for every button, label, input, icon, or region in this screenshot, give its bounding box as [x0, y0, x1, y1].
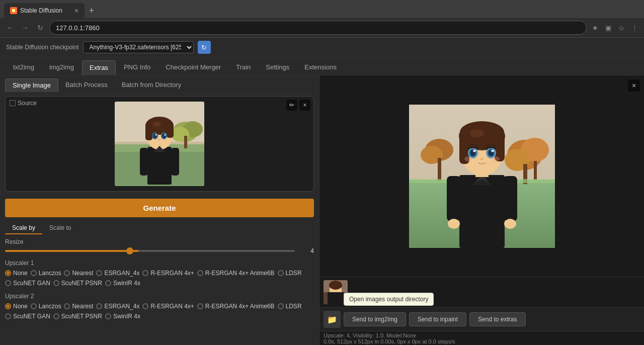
upscaler2-ldsr-radio[interactable]	[278, 303, 284, 309]
extensions-icon[interactable]: ▣	[603, 22, 614, 33]
svg-point-18	[153, 133, 157, 138]
content-area: Single Image Batch Process Batch from Di…	[0, 75, 644, 345]
thumbnail-item[interactable]	[324, 280, 348, 304]
upscaler1-scunet-psnr-radio[interactable]	[53, 280, 59, 286]
forward-button[interactable]: →	[19, 22, 31, 34]
svg-point-0	[12, 9, 16, 13]
tab-png-info[interactable]: PNG Info	[117, 60, 157, 75]
svg-point-19	[162, 133, 166, 138]
nav-actions: ★ ▣ ☺ ⋮	[590, 22, 640, 33]
status-bar: Upscale: 4, Visibility: 1.0, Model:None …	[319, 331, 644, 345]
upscaler2-nearest-radio[interactable]	[64, 303, 70, 309]
upscaler1-nearest[interactable]: Nearest	[64, 270, 93, 277]
tab-settings[interactable]: Settings	[259, 60, 296, 75]
svg-point-42	[448, 219, 460, 229]
sub-tab-batch-process[interactable]: Batch Process	[58, 78, 115, 92]
upscaler1-lanczos[interactable]: Lanczos	[31, 270, 61, 277]
output-image	[409, 105, 555, 248]
upscaler2-options: None Lanczos Nearest ESRGAN_4x	[5, 303, 314, 320]
svg-point-58	[491, 149, 494, 152]
scale-tab-to[interactable]: Scale to	[42, 222, 78, 234]
resize-slider[interactable]	[5, 250, 295, 252]
checkpoint-refresh-button[interactable]: ↻	[198, 41, 211, 54]
menu-icon[interactable]: ⋮	[629, 22, 640, 33]
send-to-inpaint-button[interactable]: Send to inpaint	[409, 312, 466, 326]
upscaler2-resrgan4x-anime[interactable]: R-ESRGAN 4x+ Anime6B	[197, 303, 275, 310]
upscaler2-swinir4x-radio[interactable]	[105, 313, 111, 319]
thumbnails-strip	[319, 277, 644, 307]
address-bar[interactable]: 127.0.0.1:7860	[49, 21, 587, 35]
bookmark-icon[interactable]: ★	[590, 22, 601, 33]
upscaler1-esrgan4x-radio[interactable]	[96, 270, 102, 276]
svg-rect-24	[171, 148, 179, 176]
tab-title: Stable Diffusion	[20, 7, 62, 14]
upscaler2-esrgan4x-radio[interactable]	[96, 303, 102, 309]
browser-tab[interactable]: Stable Diffusion ×	[4, 3, 85, 18]
upscaler1-ldsr[interactable]: LDSR	[278, 270, 302, 277]
upscaler2-nearest[interactable]: Nearest	[64, 303, 93, 310]
upscaler2-scunet-gan[interactable]: ScuNET GAN	[5, 313, 50, 320]
upscaler1-ldsr-radio[interactable]	[278, 270, 284, 276]
sub-tab-single-image[interactable]: Single Image	[5, 78, 58, 92]
resize-value: 4	[299, 247, 314, 254]
back-button[interactable]: ←	[4, 22, 16, 34]
tab-extras[interactable]: Extras	[82, 60, 116, 75]
source-checkbox[interactable]	[10, 100, 16, 106]
upscaler1-scunet-gan[interactable]: ScuNET GAN	[5, 280, 50, 287]
close-output-button[interactable]: ×	[628, 79, 640, 92]
tab-close-icon[interactable]: ×	[74, 7, 78, 15]
scale-tab-by[interactable]: Scale by	[5, 222, 42, 234]
upscaler1-scunet-psnr[interactable]: ScuNET PSNR	[53, 280, 102, 287]
profile-icon[interactable]: ☺	[616, 22, 627, 33]
upscaler2-ldsr[interactable]: LDSR	[278, 303, 302, 310]
upscaler2-esrgan4x[interactable]: ESRGAN_4x	[96, 303, 139, 310]
upscaler2-resrgan4x-anime-radio[interactable]	[197, 303, 203, 309]
image-upload-area[interactable]: Source ✏ ×	[5, 96, 314, 192]
tab-txt2img[interactable]: txt2img	[6, 60, 41, 75]
image-edit-button[interactable]: ✏	[286, 100, 297, 111]
refresh-button[interactable]: ↻	[34, 22, 46, 34]
upscaler2-resrgan4x[interactable]: R-ESRGAN 4x+	[142, 303, 194, 310]
upscaler1-none[interactable]: None	[5, 270, 28, 277]
upscaler2-swinir4x[interactable]: SwinIR 4x	[105, 313, 140, 320]
upscaler1-scunet-gan-radio[interactable]	[5, 280, 11, 286]
tab-extensions[interactable]: Extensions	[297, 60, 344, 75]
upscaler1-none-radio[interactable]	[5, 270, 11, 276]
sub-tabs: Single Image Batch Process Batch from Di…	[0, 75, 319, 92]
upscaler1-resrgan4x-anime[interactable]: R-ESRGAN 4x+ Anime6B	[197, 270, 275, 277]
tab-checkpoint-merger[interactable]: Checkpoint Merger	[158, 60, 228, 75]
sub-tab-batch-from-directory[interactable]: Batch from Directory	[115, 78, 188, 92]
upscaler1-resrgan4x[interactable]: R-ESRGAN 4x+	[142, 270, 194, 277]
upscaler2-scunet-gan-radio[interactable]	[5, 313, 11, 319]
upscaler1-resrgan4x-anime-radio[interactable]	[197, 270, 203, 276]
open-output-directory-button[interactable]: 📁	[324, 311, 341, 328]
upscaler1-swinir4x[interactable]: SwinIR 4x	[105, 280, 140, 287]
tab-bar: Stable Diffusion × +	[0, 0, 644, 18]
tab-train[interactable]: Train	[229, 60, 258, 75]
status-text-2: 0.0s, 512px x 512px in 0.00s, 0px x 0px …	[324, 338, 640, 344]
upscaler2-none-radio[interactable]	[5, 303, 11, 309]
checkpoint-select[interactable]: Anything-V3-fp32.safetensors [625a2ba2]	[83, 41, 194, 53]
upscaler1-resrgan4x-radio[interactable]	[142, 270, 148, 276]
upscaler1-lanczos-radio[interactable]	[31, 270, 37, 276]
image-close-button[interactable]: ×	[299, 100, 310, 111]
upscaler1-options: None Lanczos Nearest ESRGAN_4x	[5, 270, 314, 287]
upscaler1-swinir4x-radio[interactable]	[105, 280, 111, 286]
send-to-extras-button[interactable]: Send to extras	[469, 312, 525, 326]
generate-button[interactable]: Generate	[5, 199, 314, 217]
bottom-action-bar: 📁 Open images output directory Send to i…	[319, 307, 644, 331]
upscaler1-nearest-radio[interactable]	[64, 270, 70, 276]
upscaler2-lanczos-radio[interactable]	[31, 303, 37, 309]
upscaler2-resrgan4x-radio[interactable]	[142, 303, 148, 309]
svg-point-21	[165, 134, 166, 136]
upscaler2-lanczos[interactable]: Lanczos	[31, 303, 61, 310]
send-to-img2img-button[interactable]: Send to img2img	[344, 312, 406, 326]
new-tab-button[interactable]: +	[85, 4, 99, 18]
upscaler2-scunet-psnr-radio[interactable]	[53, 313, 59, 319]
resize-section: Resize 4	[0, 236, 319, 256]
output-image-area: ×	[319, 75, 644, 277]
tab-img2img[interactable]: img2img	[42, 60, 81, 75]
upscaler2-scunet-psnr[interactable]: ScuNET PSNR	[53, 313, 102, 320]
upscaler1-esrgan4x[interactable]: ESRGAN_4x	[96, 270, 139, 277]
upscaler2-none[interactable]: None	[5, 303, 28, 310]
